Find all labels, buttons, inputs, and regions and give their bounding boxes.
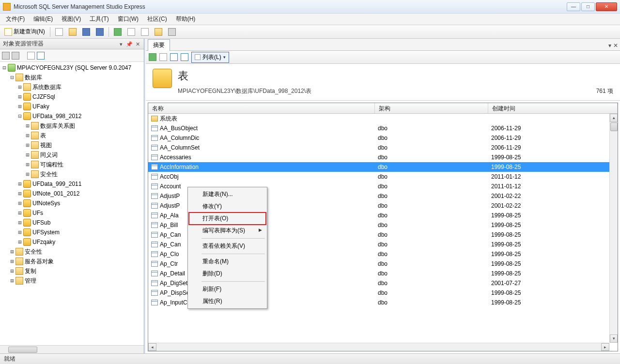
filter-icon[interactable] bbox=[181, 53, 188, 61]
expand-icon[interactable]: ⊞ bbox=[16, 181, 23, 187]
maximize-button[interactable]: □ bbox=[581, 2, 595, 11]
minimize-button[interactable]: — bbox=[567, 2, 580, 11]
tree-db[interactable]: UfNoteSys bbox=[32, 200, 60, 207]
column-name[interactable]: 名称 bbox=[148, 103, 375, 113]
expand-icon[interactable]: ⊞ bbox=[16, 190, 23, 197]
menu-rename[interactable]: 重命名(M) bbox=[189, 256, 266, 268]
collapse-icon[interactable]: ⊟ bbox=[9, 74, 16, 81]
new-query-button[interactable]: 新建查询(N) bbox=[2, 26, 47, 37]
close-button[interactable]: ✕ bbox=[596, 2, 617, 11]
expand-icon[interactable]: ⊞ bbox=[24, 171, 31, 178]
table-row[interactable]: AA_ColumnSetdbo2006-11-29 bbox=[148, 143, 609, 152]
tree-diagrams[interactable]: 数据库关系图 bbox=[40, 122, 75, 130]
toolbar-btn-5[interactable] bbox=[111, 27, 124, 37]
expand-icon[interactable]: ⊞ bbox=[9, 258, 16, 265]
menu-delete[interactable]: 删除(D) bbox=[189, 268, 266, 280]
vertical-scrollbar[interactable]: ▴ ▾ bbox=[609, 114, 618, 343]
scroll-track[interactable] bbox=[156, 343, 601, 351]
expand-icon[interactable]: ⊞ bbox=[16, 93, 23, 100]
back-icon[interactable] bbox=[149, 53, 156, 61]
collapse-icon[interactable]: ⊟ bbox=[16, 113, 23, 120]
expand-icon[interactable]: ⊞ bbox=[16, 84, 23, 91]
tab-summary[interactable]: 摘要 bbox=[148, 39, 170, 51]
table-row-systables[interactable]: 系统表 bbox=[148, 114, 609, 123]
scrollbar-thumb[interactable] bbox=[8, 347, 37, 353]
menu-modify[interactable]: 修改(Y) bbox=[189, 200, 266, 212]
tree-synonyms[interactable]: 同义词 bbox=[40, 151, 58, 159]
column-schema[interactable]: 架构 bbox=[375, 103, 488, 113]
toolbar-btn-6[interactable] bbox=[125, 27, 138, 37]
tree-sysdb[interactable]: 系统数据库 bbox=[32, 83, 62, 91]
toolbar-btn-8[interactable] bbox=[152, 27, 165, 37]
expand-icon[interactable]: ⊞ bbox=[24, 142, 31, 149]
expand-icon[interactable]: ⊞ bbox=[16, 219, 23, 226]
expand-icon[interactable]: ⊞ bbox=[24, 161, 31, 168]
toolbar-btn-1[interactable] bbox=[53, 27, 65, 37]
menu-open-table[interactable]: 打开表(O) bbox=[189, 212, 266, 225]
scrollbar-thumb[interactable] bbox=[610, 122, 618, 131]
collapse-icon[interactable]: ⊟ bbox=[1, 64, 8, 71]
expand-icon[interactable]: ⊞ bbox=[16, 200, 23, 207]
menu-help[interactable]: 帮助(H) bbox=[172, 14, 200, 25]
expand-icon[interactable]: ⊞ bbox=[9, 248, 16, 255]
connect-icon[interactable] bbox=[2, 52, 10, 60]
expand-icon[interactable]: ⊞ bbox=[24, 152, 31, 158]
table-row[interactable]: AA_BusObjectdbo2006-11-29 bbox=[148, 123, 609, 133]
menu-window[interactable]: 窗口(W) bbox=[114, 14, 142, 25]
tree-programmability[interactable]: 可编程性 bbox=[40, 161, 63, 169]
menu-refresh[interactable]: 刷新(F) bbox=[189, 283, 266, 295]
expand-icon[interactable]: ⊞ bbox=[16, 229, 23, 236]
dropdown-icon[interactable]: ▾ bbox=[118, 41, 124, 47]
tree-server[interactable]: MPIACYOFEGNL23Y (SQL Server 9.0.2047 bbox=[17, 64, 131, 71]
table-row[interactable]: AccInformationdbo1999-08-25 bbox=[148, 162, 609, 172]
toolbar-btn-9[interactable] bbox=[166, 27, 178, 37]
view-list-button[interactable]: 列表(L) ▾ bbox=[191, 52, 229, 63]
tree-server-objects[interactable]: 服务器对象 bbox=[25, 258, 54, 266]
horizontal-scrollbar[interactable]: ◂ ▸ bbox=[148, 343, 609, 351]
expand-icon[interactable]: ⊞ bbox=[24, 122, 31, 129]
menu-new-table[interactable]: 新建表(N)... bbox=[189, 188, 266, 200]
disconnect-icon[interactable] bbox=[12, 52, 19, 60]
tree-security-db[interactable]: 安全性 bbox=[40, 170, 58, 179]
menu-view[interactable]: 视图(V) bbox=[58, 14, 85, 25]
forward-icon[interactable] bbox=[159, 53, 167, 61]
tree-db[interactable]: UFSystem bbox=[32, 229, 60, 236]
toolbar-btn-7[interactable] bbox=[139, 27, 151, 37]
filter-icon[interactable] bbox=[37, 52, 45, 60]
menu-community[interactable]: 社区(C) bbox=[143, 14, 171, 25]
expand-icon[interactable]: ⊞ bbox=[9, 277, 16, 284]
table-row[interactable]: Accessariesdbo1999-08-25 bbox=[148, 152, 609, 162]
tree-db[interactable]: UFData_999_2011 bbox=[32, 181, 81, 187]
object-explorer-tree[interactable]: ⊟MPIACYOFEGNL23Y (SQL Server 9.0.2047 ⊟数… bbox=[0, 62, 144, 345]
expand-icon[interactable]: ⊞ bbox=[16, 239, 23, 245]
menu-file[interactable]: 文件(F) bbox=[2, 14, 29, 25]
stop-icon[interactable] bbox=[27, 52, 35, 60]
tree-databases[interactable]: 数据库 bbox=[25, 74, 42, 82]
menu-properties[interactable]: 属性(R) bbox=[189, 295, 266, 307]
menu-view-deps[interactable]: 查看依赖关系(V) bbox=[189, 240, 266, 252]
tree-db[interactable]: UFData_998_2012 bbox=[32, 113, 81, 120]
expand-icon[interactable]: ⊞ bbox=[9, 268, 16, 274]
close-pane-icon[interactable]: ✕ bbox=[134, 41, 141, 47]
expand-icon[interactable]: ⊞ bbox=[24, 132, 31, 139]
scroll-right-icon[interactable]: ▸ bbox=[601, 343, 609, 351]
table-row[interactable]: AA_ColumnDicdbo2006-11-29 bbox=[148, 133, 609, 143]
table-row[interactable]: AccObjdbo2011-01-12 bbox=[148, 172, 609, 182]
tree-db[interactable]: UfNote_001_2012 bbox=[32, 190, 79, 197]
expand-icon[interactable]: ⊞ bbox=[16, 103, 23, 110]
tree-views[interactable]: 视图 bbox=[40, 141, 52, 150]
tree-db[interactable]: CJZFSql bbox=[32, 93, 55, 100]
tree-db[interactable]: UFzqaky bbox=[32, 239, 55, 245]
tab-dropdown-icon[interactable]: ▾ bbox=[608, 42, 611, 49]
tree-db[interactable]: UFSub bbox=[32, 219, 50, 226]
scroll-down-icon[interactable]: ▾ bbox=[610, 334, 618, 343]
scroll-up-icon[interactable]: ▴ bbox=[610, 114, 618, 122]
menu-script-as[interactable]: 编写表脚本为(S)▶ bbox=[189, 225, 266, 237]
expand-icon[interactable]: ⊞ bbox=[16, 210, 23, 216]
tree-replication[interactable]: 复制 bbox=[25, 267, 36, 275]
tree-tables[interactable]: 表 bbox=[40, 132, 46, 140]
toolbar-btn-2[interactable] bbox=[66, 27, 79, 37]
scroll-left-icon[interactable]: ◂ bbox=[148, 343, 156, 351]
toolbar-btn-3[interactable] bbox=[80, 27, 93, 37]
tree-db[interactable]: UFaky bbox=[32, 103, 49, 110]
